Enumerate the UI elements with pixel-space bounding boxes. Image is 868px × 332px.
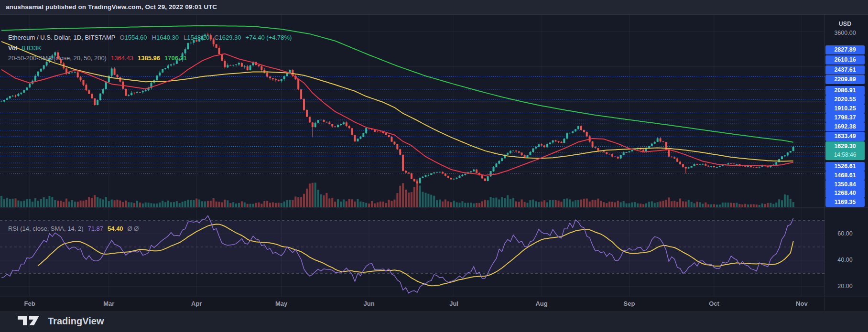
sma20-value: 1364.43 <box>111 54 133 62</box>
ohlc-high: H1640.30 <box>152 34 179 41</box>
sma-legend-row[interactable]: 20-50-200-SMA (close, 20, 50, 200) 1364.… <box>8 54 187 62</box>
published-info-text: anushsamal published on TradingView.com,… <box>6 3 217 11</box>
symbol-legend-row[interactable]: Ethereum / U.S. Dollar, 1D, BITSTAMP O15… <box>8 34 292 41</box>
price-level-badge[interactable]: 1268.40 <box>825 189 865 198</box>
ohlc-low: L1548.20 <box>184 34 209 41</box>
time-scale-month-label: Jul <box>449 300 458 307</box>
sma50-value: 1385.96 <box>138 54 160 62</box>
price-level-badge[interactable]: 2610.16 <box>825 55 865 64</box>
tradingview-published-chart: anushsamal published on TradingView.com,… <box>0 0 868 332</box>
time-scale-month-label: May <box>275 300 287 307</box>
time-scale-month-label: Feb <box>24 300 35 307</box>
price-level-badge[interactable]: 2209.89 <box>825 75 865 84</box>
change-value: +74.40 (+4.78%) <box>246 34 292 41</box>
volume-legend-row[interactable]: Vol 8.833K <box>8 44 41 52</box>
time-scale-month-label: Jun <box>364 300 375 307</box>
price-level-badge[interactable]: 1633.49 <box>825 132 865 141</box>
time-scale-month-label: Nov <box>796 300 808 307</box>
rsi-label: RSI (14, close, SMA, 14, 2) <box>8 225 84 232</box>
rsi-legend-row[interactable]: RSI (14, close, SMA, 14, 2) 71.87 54.40 … <box>8 225 139 232</box>
rsi-scale-tick: 40.00 <box>825 257 866 263</box>
price-level-badge[interactable]: 1526.61 <box>825 162 865 171</box>
published-info-bar: anushsamal published on TradingView.com,… <box>0 0 868 15</box>
ohlc-open: O1554.60 <box>119 34 147 41</box>
scale-separator <box>825 297 825 311</box>
price-level-badge[interactable]: 2827.89 <box>825 45 865 54</box>
price-level-badge[interactable]: 1798.37 <box>825 113 865 122</box>
current-price-badge[interactable]: 1629.30 14:58:46 <box>825 141 865 160</box>
price-level-badge[interactable]: 1910.25 <box>825 104 865 113</box>
price-level-badge[interactable]: 2020.55 <box>825 95 865 104</box>
rsi-scale-tick: 20.00 <box>825 283 866 289</box>
rsi-extra-values: Ø Ø <box>128 225 139 232</box>
rsi-value: 71.87 <box>88 225 104 232</box>
sma200-value: 1706.21 <box>164 54 187 62</box>
price-level-badge[interactable]: 1468.61 <box>825 171 865 180</box>
chart-area[interactable]: Ethereum / U.S. Dollar, 1D, BITSTAMP O15… <box>0 15 868 297</box>
price-level-badge[interactable]: 1350.84 <box>825 180 865 189</box>
rsi-scale-tick: 60.00 <box>825 230 866 237</box>
sma-label: 20-50-200-SMA (close, 20, 50, 200) <box>8 54 107 62</box>
time-scale-month-label: Apr <box>191 300 202 307</box>
time-scale-month-label: Aug <box>535 300 547 307</box>
symbol-title: Ethereum / U.S. Dollar, 1D, BITSTAMP <box>8 34 115 41</box>
price-level-badge[interactable]: 1169.35 <box>825 198 865 207</box>
time-scale-month-label: Oct <box>709 300 719 307</box>
bar-close-countdown: 14:58:46 <box>825 151 865 159</box>
tradingview-logo-icon[interactable] <box>17 315 42 330</box>
price-scale-tick: 3600.00 <box>825 30 866 36</box>
price-level-badge[interactable]: 2086.91 <box>825 86 865 95</box>
time-scale-month-label: Sep <box>624 300 635 307</box>
footer-bar: TradingView <box>0 311 868 332</box>
price-level-badge[interactable]: 2437.61 <box>825 65 865 75</box>
ohlc-close: C1629.30 <box>214 34 241 41</box>
time-scale-month-label: Mar <box>103 300 114 307</box>
volume-value: 8.833K <box>22 44 41 52</box>
tradingview-wordmark[interactable]: TradingView <box>48 316 104 327</box>
rsi-sma-value: 54.40 <box>108 225 123 232</box>
volume-label: Vol <box>8 44 17 52</box>
ohlc-values: O1554.60 H1640.30 L1548.20 C1629.30 <box>119 34 241 41</box>
price-level-badge[interactable]: 1692.38 <box>825 122 865 131</box>
time-scale[interactable]: FebMarAprMayJunJulAugSepOctNov <box>0 297 868 311</box>
price-scale-currency: USD <box>825 21 866 27</box>
current-price-value: 1629.30 <box>825 141 865 151</box>
